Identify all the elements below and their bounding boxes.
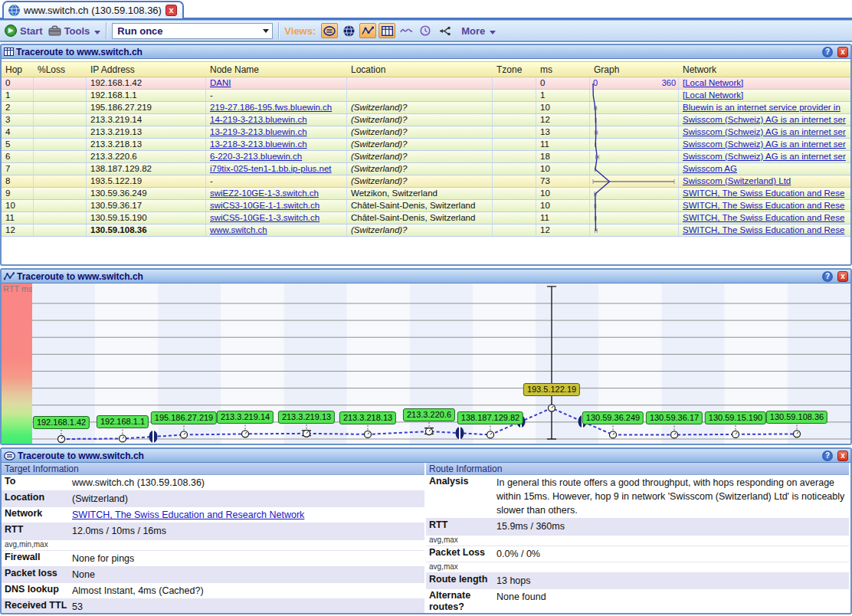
- tools-button[interactable]: Tools: [48, 25, 101, 37]
- network-link[interactable]: Bluewin is an internet service provider …: [683, 103, 841, 112]
- hop-label[interactable]: 193.5.122.19: [523, 383, 580, 396]
- node-name-link[interactable]: DANI: [210, 78, 231, 87]
- column-header-location[interactable]: Location: [347, 62, 493, 77]
- hop-label[interactable]: 138.187.129.82: [457, 411, 523, 424]
- column-header-tzone[interactable]: Tzone: [493, 62, 536, 77]
- network-link[interactable]: [Local Network]: [683, 78, 743, 87]
- table-row[interactable]: 7138.187.129.82i79tix-025-ten1-1.bb.ip-p…: [2, 163, 850, 175]
- column-header-loss[interactable]: %Loss: [34, 62, 87, 77]
- table-view-icon[interactable]: [378, 23, 395, 38]
- node-name-link[interactable]: swiCS5-10GE-1-3.switch.ch: [210, 213, 320, 222]
- node-name-link[interactable]: www.switch.ch: [210, 225, 267, 234]
- cell-net: Swisscom (Schweiz) AG is an internet ser: [679, 151, 850, 162]
- hop-label[interactable]: 213.3.220.6: [403, 408, 455, 421]
- node-name-link[interactable]: 13-219-3-213.bluewin.ch: [210, 127, 307, 136]
- close-icon[interactable]: x: [837, 451, 848, 461]
- table-row[interactable]: 4213.3.219.1313-219-3-213.bluewin.ch(Swi…: [2, 126, 850, 139]
- help-icon[interactable]: ?: [822, 271, 833, 282]
- close-icon[interactable]: x: [837, 47, 848, 57]
- hop-label[interactable]: 192.168.1.1: [97, 415, 149, 428]
- help-icon[interactable]: ?: [822, 47, 833, 57]
- column-header-ipaddress[interactable]: IP Address: [87, 62, 206, 77]
- network-link[interactable]: SWITCH, The Swiss Education and Rese: [683, 188, 844, 198]
- table-row[interactable]: 10130.59.36.17swiCS3-10GE-1-1.switch.chC…: [2, 200, 850, 212]
- column-header-nodename[interactable]: Node Name: [206, 62, 347, 77]
- table-row[interactable]: 2195.186.27.219219-27.186-195.fws.bluewi…: [2, 102, 850, 114]
- node-name-link[interactable]: 13-218-3-213.bluewin.ch: [210, 139, 307, 149]
- close-icon[interactable]: x: [837, 271, 848, 282]
- node-name-link[interactable]: swiEZ2-10GE-1-3.switch.ch: [210, 188, 319, 198]
- globe-view-icon[interactable]: [340, 23, 357, 38]
- cell-graph: [590, 139, 679, 150]
- more-button[interactable]: More: [461, 25, 496, 37]
- cell-hop: 9: [2, 188, 34, 199]
- cell-hop: 5: [2, 139, 34, 150]
- network-link[interactable]: Swisscom (Schweiz) AG is an internet ser: [683, 139, 846, 149]
- node-name-link[interactable]: i79tix-025-ten1-1.bb.ip-plus.net: [210, 164, 332, 173]
- clock-view-icon[interactable]: [417, 23, 434, 38]
- table-row[interactable]: 6213.3.220.66-220-3-213.bluewin.ch(Switz…: [2, 151, 850, 163]
- application-window: www.switch.ch (130.59.108.36) x ▶ Start …: [0, 0, 852, 616]
- network-link[interactable]: Swisscom (Switzerland) Ltd: [683, 176, 791, 185]
- column-header-network[interactable]: Network: [679, 62, 850, 77]
- wave-view-icon[interactable]: [398, 23, 415, 38]
- hop-label[interactable]: 130.59.36.17: [646, 411, 703, 424]
- network-link[interactable]: SWITCH, The Swiss Education and Rese: [683, 201, 844, 210]
- table-row[interactable]: 8193.5.122.19-(Switzerland)?73Swisscom (…: [2, 175, 850, 188]
- hop-label[interactable]: 130.59.15.190: [705, 411, 766, 424]
- hop-label[interactable]: 130.59.36.249: [582, 411, 644, 424]
- summary-view-icon[interactable]: [321, 23, 338, 38]
- branch-view-icon[interactable]: [436, 23, 453, 38]
- network-link[interactable]: Swisscom (Schweiz) AG is an internet ser: [683, 152, 846, 161]
- cell-graph: [590, 126, 679, 138]
- column-header-hop[interactable]: Hop: [2, 62, 34, 77]
- node-name-link[interactable]: 14-219-3-213.bluewin.ch: [210, 115, 307, 124]
- start-button[interactable]: ▶ Start: [5, 25, 43, 37]
- info-row: Alternate routes?None found: [426, 589, 849, 614]
- table-row[interactable]: 5213.3.218.1313-218-3-213.bluewin.ch(Swi…: [2, 139, 850, 151]
- network-link[interactable]: Swisscom (Schweiz) AG is an internet ser: [683, 115, 846, 124]
- cell-hop: 1: [2, 90, 34, 101]
- tab-www-switch-ch[interactable]: www.switch.ch (130.59.108.36) x: [2, 1, 184, 18]
- hop-point: [242, 431, 249, 437]
- table-row[interactable]: 3213.3.219.1414-219-3-213.bluewin.ch(Swi…: [2, 114, 850, 126]
- cell-ip: 130.59.15.190: [87, 212, 206, 224]
- table-row[interactable]: 0192.168.1.42DANI0[Local Network]: [2, 77, 850, 90]
- cell-tzone: [493, 163, 536, 175]
- target-information-header: Target Information: [2, 463, 424, 475]
- network-link[interactable]: SWITCH, The Swiss Education and Rese: [683, 213, 844, 222]
- node-name-link[interactable]: 219-27.186-195.fws.bluewin.ch: [210, 103, 332, 112]
- hop-label[interactable]: 213.3.219.14: [217, 411, 274, 424]
- network-link[interactable]: [Local Network]: [683, 90, 743, 100]
- chart-panel-titlebar: Traceroute to www.switch.ch ? x: [2, 270, 850, 283]
- graph-view-icon[interactable]: [359, 23, 376, 38]
- column-header-ms[interactable]: ms: [536, 62, 590, 77]
- network-link[interactable]: SWITCH, The Swiss Education and Rese: [683, 225, 844, 234]
- cell-loss: [34, 77, 87, 89]
- cell-graph: [590, 212, 679, 224]
- info-value: None: [72, 568, 95, 582]
- table-row[interactable]: 12130.59.108.36www.switch.ch(Switzerland…: [2, 224, 850, 237]
- hop-label[interactable]: 213.3.219.13: [278, 411, 335, 424]
- network-link[interactable]: Swisscom AG: [683, 164, 737, 173]
- hop-label[interactable]: 195.186.27.219: [151, 411, 217, 424]
- run-mode-select[interactable]: Run once: [112, 23, 273, 39]
- hop-label[interactable]: 192.168.1.42: [33, 416, 90, 429]
- hop-label[interactable]: 213.3.218.13: [339, 411, 396, 424]
- info-link[interactable]: SWITCH, The Swiss Education and Research…: [72, 510, 304, 520]
- hop-label[interactable]: 130.59.108.36: [766, 411, 827, 424]
- table-row[interactable]: 1192.168.1.1-1[Local Network]: [2, 90, 850, 102]
- network-link[interactable]: Swisscom (Schweiz) AG is an internet ser: [683, 127, 846, 136]
- cell-graph: [590, 151, 679, 162]
- tab-close-icon[interactable]: x: [165, 5, 177, 16]
- table-row[interactable]: 11130.59.15.190swiCS5-10GE-1-3.switch.ch…: [2, 212, 850, 224]
- cell-net: Swisscom (Schweiz) AG is an internet ser: [679, 114, 850, 126]
- tab-title: www.switch.ch (130.59.108.36): [24, 5, 162, 16]
- info-row: RTT15.9ms / 360ms: [426, 519, 849, 535]
- node-name-link[interactable]: swiCS3-10GE-1-1.switch.ch: [210, 201, 320, 210]
- help-icon[interactable]: ?: [822, 451, 833, 461]
- table-row[interactable]: 9130.59.36.249swiEZ2-10GE-1-3.switch.chW…: [2, 188, 850, 200]
- node-name-link[interactable]: 6-220-3-213.bluewin.ch: [210, 152, 302, 161]
- views-label: Views:: [284, 25, 316, 37]
- column-header-graph[interactable]: Graph: [590, 62, 679, 77]
